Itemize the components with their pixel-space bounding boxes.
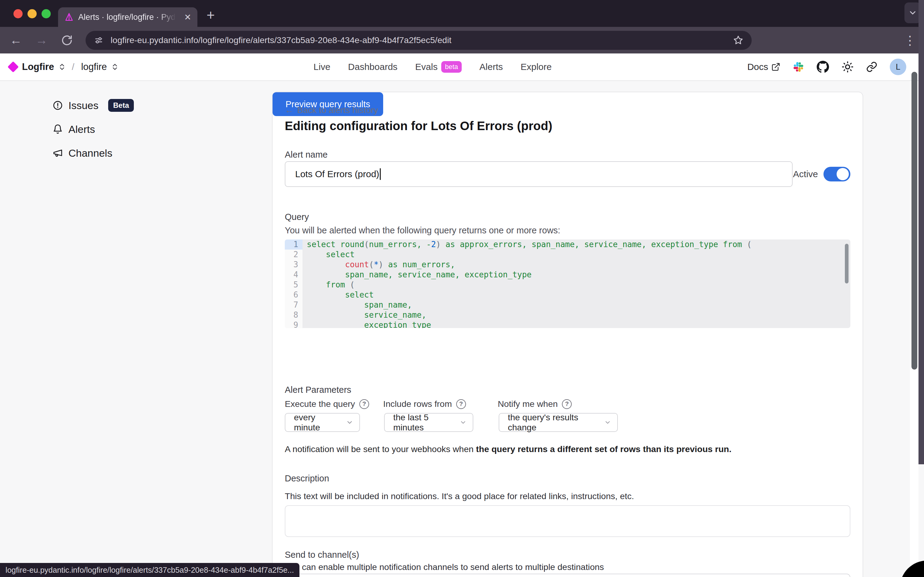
alert-name-label: Alert name	[285, 150, 850, 160]
sidebar: Issues Beta Alerts Channels	[53, 97, 134, 161]
sidebar-item-channels[interactable]: Channels	[53, 145, 134, 161]
bookmark-star-icon[interactable]	[733, 35, 744, 46]
chevron-down-icon	[460, 419, 467, 426]
window-controls[interactable]	[13, 9, 51, 18]
send-to-channels-heading: Send to channel(s)	[285, 550, 850, 560]
main-nav: Live Dashboards Evals beta Alerts Explor…	[313, 61, 551, 73]
status-url-tooltip: logfire-eu.pydantic.info/logfire/logfire…	[0, 563, 300, 577]
description-helper: This text will be included in notificati…	[285, 491, 850, 501]
issues-beta-badge: Beta	[108, 99, 134, 112]
close-window-button[interactable]	[13, 9, 23, 18]
evals-beta-badge: beta	[441, 61, 462, 73]
toggle-knob	[837, 168, 849, 180]
logfire-favicon-icon	[64, 12, 74, 22]
code-lines: 1select round(num_errors, -2) as approx_…	[285, 240, 850, 328]
reload-icon	[61, 34, 73, 46]
active-label: Active	[793, 169, 818, 179]
alert-name-value: Lots Of Errors (prod)	[295, 169, 379, 179]
query-heading: Query	[285, 212, 850, 222]
nav-explore[interactable]: Explore	[521, 62, 552, 72]
back-arrow-icon: ←	[285, 105, 293, 115]
nav-evals[interactable]: Evals beta	[415, 61, 462, 73]
sidebar-item-label: Channels	[68, 147, 113, 159]
back-to-alerts-link[interactable]: ← Back to alerts history	[285, 105, 850, 115]
active-toggle[interactable]	[824, 167, 850, 181]
alert-name-row: Lots Of Errors (prod) Active	[285, 161, 850, 187]
github-icon[interactable]	[816, 60, 829, 73]
browser-tab-strip: Alerts · logfire/logfire · Pydantic ✕ +	[0, 0, 924, 27]
theme-sun-icon[interactable]	[842, 61, 854, 73]
nav-alerts[interactable]: Alerts	[479, 62, 503, 72]
nav-dashboards[interactable]: Dashboards	[348, 62, 398, 72]
execute-query-label: Execute the query ?	[285, 399, 369, 409]
include-rows-select[interactable]: the last 5 minutes	[384, 413, 473, 432]
site-info-icon[interactable]	[94, 35, 104, 45]
megaphone-icon	[53, 148, 63, 158]
project-selector-caret-icon[interactable]	[112, 63, 118, 71]
new-tab-button[interactable]: +	[206, 7, 215, 23]
page-scrollbar-thumb[interactable]	[911, 72, 917, 370]
breadcrumb-separator: /	[72, 62, 74, 72]
query-subtitle: You will be alerted when the following q…	[285, 226, 850, 235]
chevron-down-icon	[908, 8, 917, 18]
sidebar-item-label: Alerts	[68, 123, 95, 135]
channel-select-partial[interactable]	[285, 574, 850, 577]
browser-toolbar: ← → logfire-eu.pydantic.info/logfire/log…	[0, 27, 924, 53]
org-selector-caret-icon[interactable]	[59, 63, 65, 71]
browser-back-button[interactable]: ←	[10, 33, 22, 47]
nav-live[interactable]: Live	[313, 62, 330, 72]
badge-alert-icon	[53, 100, 63, 111]
window-edge-strip	[919, 0, 924, 464]
param-selects-row: every minute the last 5 minutes the quer…	[285, 413, 850, 432]
external-link-icon	[771, 62, 780, 71]
sidebar-item-alerts[interactable]: Alerts	[53, 121, 134, 137]
user-avatar[interactable]: L	[890, 59, 906, 75]
help-icon[interactable]: ?	[360, 399, 369, 409]
description-textarea[interactable]	[285, 505, 850, 537]
help-icon[interactable]: ?	[456, 399, 466, 409]
project-selector[interactable]: logfire	[81, 61, 106, 73]
zoom-window-button[interactable]	[42, 9, 51, 18]
sql-query-editor[interactable]: 1select round(num_errors, -2) as approx_…	[285, 240, 850, 328]
sidebar-item-label: Issues	[68, 100, 98, 111]
browser-menu-icon[interactable]: ⋮	[904, 33, 917, 47]
description-heading: Description	[285, 474, 850, 484]
address-bar[interactable]: logfire-eu.pydantic.info/logfire/logfire…	[85, 31, 751, 50]
execute-query-select[interactable]: every minute	[285, 413, 360, 432]
notification-note: A notification will be sent to your webh…	[285, 444, 850, 454]
alert-name-input[interactable]: Lots Of Errors (prod)	[285, 161, 793, 187]
chevron-down-icon	[346, 419, 353, 426]
send-to-channels-helper: You can enable multiple notification cha…	[285, 562, 850, 572]
share-link-icon[interactable]	[866, 61, 877, 73]
logfire-logo-icon	[8, 61, 19, 73]
tab-close-icon[interactable]: ✕	[184, 12, 191, 22]
nav-evals-label: Evals	[415, 62, 437, 72]
notify-when-label: Notify me when ?	[498, 399, 572, 409]
url-text[interactable]: logfire-eu.pydantic.info/logfire/logfire…	[111, 35, 733, 45]
alert-parameters-heading: Alert Parameters	[285, 385, 850, 395]
browser-forward-button[interactable]: →	[35, 33, 48, 47]
back-label: Back to alerts history	[297, 105, 378, 115]
app-header: Logfire / logfire Live Dashboards Evals …	[0, 53, 924, 81]
docs-label: Docs	[747, 62, 768, 72]
param-labels-row: Execute the query ? Include rows from ? …	[285, 399, 850, 411]
notify-when-select[interactable]: the query's results change	[499, 413, 618, 432]
bell-icon	[53, 124, 63, 134]
code-scrollbar-thumb[interactable]	[845, 244, 848, 284]
page-title: Editing configuration for Lots Of Errors…	[285, 119, 850, 133]
docs-link[interactable]: Docs	[747, 62, 780, 72]
org-selector[interactable]: Logfire	[22, 61, 54, 73]
slack-icon[interactable]	[793, 61, 804, 73]
alert-edit-card: ← Back to alerts history Editing configu…	[272, 92, 863, 577]
minimize-window-button[interactable]	[27, 9, 37, 18]
sidebar-item-issues[interactable]: Issues Beta	[53, 97, 134, 114]
reload-button[interactable]	[61, 34, 73, 46]
header-actions: Docs L	[747, 59, 924, 75]
help-icon[interactable]: ?	[562, 399, 572, 409]
breadcrumb: Logfire / logfire	[0, 61, 118, 73]
browser-tab[interactable]: Alerts · logfire/logfire · Pydantic ✕	[58, 7, 197, 27]
chevron-down-icon	[604, 419, 611, 426]
text-cursor	[380, 168, 381, 180]
active-toggle-group: Active	[793, 167, 850, 181]
tab-title: Alerts · logfire/logfire · Pydantic	[78, 13, 176, 22]
